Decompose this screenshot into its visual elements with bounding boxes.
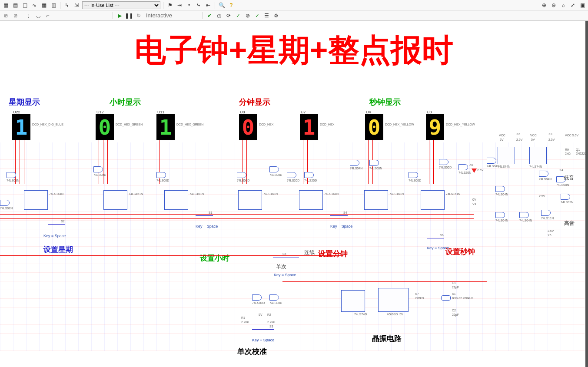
zoom-in-icon[interactable]: ⊕ (540, 1, 548, 9)
tool-grid3-icon[interactable]: ◫ (21, 1, 29, 9)
gate-u21b[interactable] (156, 172, 166, 178)
gate-u9a[interactable] (304, 172, 314, 178)
in-use-list-select[interactable]: --- In-Use List --- (82, 1, 160, 9)
check2-icon[interactable]: ✓ (234, 12, 242, 20)
probe2-icon[interactable]: ◡ (34, 12, 42, 20)
label-set-minute: 设置分钟 (318, 249, 348, 259)
label-second: 秒钟显示 (369, 97, 401, 107)
gate-u10a[interactable] (409, 172, 418, 178)
list-icon[interactable]: ☰ (263, 12, 271, 20)
u1-part: 74LS161N (129, 192, 143, 195)
chip-u32a[interactable] (341, 290, 365, 312)
tool-step-in-icon[interactable]: ⇥ (176, 1, 183, 9)
gate-u20b[interactable] (287, 172, 296, 178)
pause-button[interactable]: ❚❚ (125, 12, 133, 20)
r1v: 2.2kΩ (241, 321, 249, 324)
gate-u40d[interactable] (495, 212, 505, 218)
tool-help-icon[interactable]: ? (227, 1, 235, 9)
chip-u23a[interactable] (529, 147, 547, 164)
x4-ref: X4 (559, 169, 563, 172)
u38d-part: 74LS04N (539, 178, 551, 181)
gate-u38d[interactable] (539, 171, 548, 177)
check3-icon[interactable]: ✓ (253, 12, 261, 20)
chip-4060[interactable] (378, 288, 409, 312)
agenda-icon[interactable]: ◷ (215, 12, 223, 20)
u11-part: DCD_HEX_GREEN (176, 123, 203, 126)
gate-u34d[interactable] (495, 186, 505, 192)
gate-u36d[interactable] (519, 212, 529, 218)
capture2-icon[interactable]: ⎚ (11, 12, 19, 20)
tool-search-icon[interactable]: 🔍 (218, 1, 226, 9)
gate-u18a[interactable] (0, 200, 10, 206)
switch-s4-wire (330, 215, 348, 216)
label-minute: 分钟显示 (239, 97, 270, 107)
bus2 (0, 218, 474, 219)
settings-icon[interactable]: ⚙ (272, 12, 280, 20)
tool-grid1-icon[interactable]: ▦ (2, 1, 10, 9)
schematic-canvas[interactable]: 电子钟+星期+整点报时 星期显示 小时显示 分钟显示 秒钟显示 U22 1 DC… (0, 21, 588, 367)
x5-ref: X5 (548, 234, 551, 237)
gate-u18b[interactable] (237, 172, 246, 178)
u22-part: DCD_HEX_DIG_BLUE (32, 123, 63, 126)
chip-u17[interactable] (24, 190, 48, 210)
capture1-icon[interactable]: ⎚ (2, 12, 10, 20)
zoom-fit-icon[interactable]: ⤢ (569, 1, 577, 9)
tool-grid2-icon[interactable]: ▤ (11, 1, 19, 9)
tool-table-icon[interactable]: ▥ (50, 1, 57, 9)
run-button[interactable]: ▶ (116, 12, 123, 20)
chip-u15[interactable] (299, 190, 323, 210)
gate-u16a[interactable] (7, 172, 16, 178)
u12-part: DCD_HEX_GREEN (116, 123, 143, 126)
gate-u19a[interactable] (269, 166, 279, 172)
u40d-part: 74LS04N (495, 219, 508, 222)
chip-u13[interactable] (238, 190, 262, 210)
tool-grid4-icon[interactable]: ▦ (40, 1, 48, 9)
crystal-x1[interactable] (441, 295, 451, 301)
chip-u5[interactable] (364, 190, 388, 210)
chip-u6[interactable] (421, 190, 445, 210)
gate-u26b[interactable] (93, 166, 103, 172)
zoom-out-icon[interactable]: ⊖ (550, 1, 558, 9)
tool-step-out-icon[interactable]: ⇤ (204, 1, 212, 9)
display-u7: 1 (300, 114, 318, 140)
bus3 (0, 255, 343, 256)
chip-u1[interactable] (103, 190, 127, 210)
probe1-icon[interactable]: ⫿ (25, 12, 33, 20)
gate-u23b[interactable] (252, 294, 262, 301)
gate-u27d[interactable] (350, 160, 359, 166)
label-hour: 小时显示 (110, 97, 141, 107)
tool-branch-icon[interactable]: ↳ (63, 1, 71, 9)
gate-u37a[interactable] (561, 194, 570, 200)
gate-u31a[interactable] (458, 164, 468, 170)
chip-u30a[interactable] (498, 147, 515, 164)
check1-icon[interactable]: ✔ (206, 12, 213, 20)
tool-wave-icon[interactable]: ∿ (30, 1, 38, 9)
switch-s2-wire (48, 224, 65, 225)
zoom-sheet-icon[interactable]: ▣ (578, 1, 586, 9)
gate-u29b[interactable] (269, 294, 279, 301)
vcc5: VCC 5.0V (565, 134, 578, 137)
tool-tree-icon[interactable]: ⇲ (73, 1, 80, 9)
x6-ref: X6 (469, 163, 473, 166)
u11-ref: U11 (157, 110, 165, 114)
tool-bullet-icon[interactable]: • (185, 1, 193, 9)
gate-u31d[interactable] (487, 158, 496, 164)
u13-part: 74LS161N (263, 192, 278, 195)
gate-u34b[interactable] (369, 160, 379, 166)
gate-u35a[interactable] (541, 210, 551, 216)
u16a-part: 74LS08N (7, 179, 19, 182)
s5-ref: S5 (282, 252, 286, 255)
c2v: 22pF (452, 313, 459, 316)
gate-u33a[interactable] (439, 159, 448, 165)
refresh-icon[interactable]: ⟳ (225, 12, 233, 20)
label-set-hour: 设置小时 (200, 253, 229, 263)
x3-ref: X3 (548, 132, 552, 136)
scope-icon[interactable]: ⊚ (244, 12, 252, 20)
tool-marker-icon[interactable]: ⚑ (166, 1, 174, 9)
tool-step-over-icon[interactable]: ⤷ (195, 1, 203, 9)
chip-u2[interactable] (164, 190, 188, 210)
probe3-icon[interactable]: ⌐ (44, 12, 52, 20)
label-single: 单次 (276, 263, 286, 271)
step-button[interactable]: ↻ (135, 12, 143, 20)
zoom-region-icon[interactable]: ⌕ (559, 1, 567, 9)
